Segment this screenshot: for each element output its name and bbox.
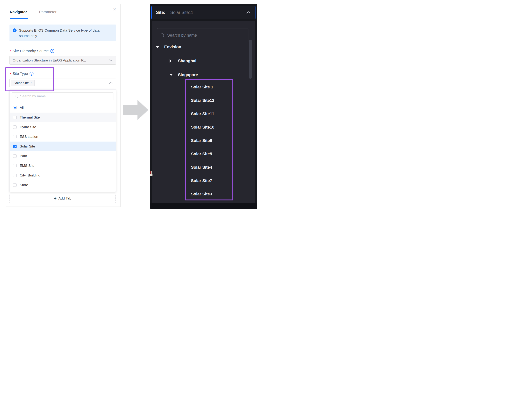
site-search-input[interactable]	[167, 33, 245, 38]
site-item[interactable]: Solar Site6	[186, 134, 232, 147]
help-icon[interactable]	[50, 49, 54, 53]
checkbox-icon[interactable]	[13, 154, 16, 158]
selected-type-tag[interactable]: Solar Site	[12, 80, 35, 86]
type-option[interactable]: Store	[10, 180, 116, 190]
site-header-label: Site:	[156, 10, 165, 15]
info-text: Supports EnOS Common Data Service type o…	[19, 28, 102, 38]
field-label-text: Site Type	[12, 72, 28, 76]
type-option[interactable]: Thermal Site	[10, 112, 116, 122]
checkbox-icon[interactable]	[13, 174, 16, 177]
site-item[interactable]: Solar Site7	[186, 174, 232, 188]
chevron-down-icon	[109, 59, 113, 61]
checkbox-icon[interactable]	[13, 125, 16, 129]
site-list: Solar Site 1 Solar Site12 Solar Site11 S…	[186, 80, 232, 201]
caret-icon[interactable]	[156, 46, 159, 48]
caret-icon[interactable]	[169, 59, 173, 63]
navigator-dialog: Navigator Parameter Supports EnOS Common…	[6, 4, 121, 207]
site-type-label: Site Type	[10, 71, 33, 76]
select-value: Organization Structure in EnOS Applicati…	[13, 58, 109, 62]
option-label: All	[20, 106, 24, 110]
tab[interactable]: Parameter	[39, 10, 56, 14]
option-label: Solar Site	[20, 144, 35, 148]
site-dropdown-panel: Envision Shanghai Singapore	[152, 21, 255, 203]
tabbar-divider	[6, 19, 120, 19]
scrollbar-thumb[interactable]	[249, 40, 252, 79]
remove-tag-icon[interactable]	[31, 82, 32, 84]
close-icon[interactable]	[112, 7, 117, 12]
site-selector-widget: Site: Solar Site11 Envision Shangha	[150, 4, 257, 209]
site-item[interactable]: Solar Site 1	[186, 80, 232, 94]
site-item[interactable]: Solar Site11	[186, 107, 232, 120]
screenshot-root: Navigator Parameter Supports EnOS Common…	[0, 0, 260, 210]
tree-node-label: Envision	[164, 45, 181, 49]
search-icon	[160, 33, 165, 38]
type-search[interactable]	[12, 92, 113, 100]
caret-icon[interactable]	[169, 74, 173, 76]
tag-label: Solar Site	[14, 81, 29, 85]
plus-icon	[54, 196, 56, 201]
panel-footer-strip	[150, 203, 257, 209]
right-arrow-icon	[123, 100, 148, 120]
type-option[interactable]: ESS station	[10, 132, 116, 142]
site-tree: Envision Shanghai Singapore	[152, 40, 255, 82]
help-icon[interactable]	[30, 72, 33, 75]
chevron-up-icon	[109, 82, 113, 84]
add-tab-button[interactable]: Add Tab	[9, 194, 116, 203]
site-item[interactable]: Solar Site5	[186, 147, 232, 161]
checkbox-icon[interactable]	[13, 145, 16, 148]
type-option-list: All Thermal Site Hydro Site ESS	[10, 103, 116, 190]
type-search-input[interactable]	[20, 94, 111, 98]
clipped-red-marker	[150, 171, 153, 176]
type-option[interactable]: City_Building	[10, 171, 116, 180]
tree-node[interactable]: Envision	[152, 40, 255, 54]
sites-highlight-box: Solar Site 1 Solar Site12 Solar Site11 S…	[185, 79, 233, 200]
site-hierarchy-source-label: Site Hierarchy Source	[10, 48, 54, 54]
add-tab-label: Add Tab	[58, 196, 71, 200]
checkbox-icon[interactable]	[13, 135, 16, 138]
chevron-up-icon	[246, 11, 251, 14]
option-label: Park	[20, 154, 27, 158]
option-label: Store	[20, 183, 28, 187]
type-option[interactable]: Park	[10, 151, 116, 161]
info-circle-icon	[13, 28, 16, 32]
checkbox-icon[interactable]	[13, 164, 16, 167]
field-label-text: Site Hierarchy Source	[12, 49, 49, 53]
type-option[interactable]: Hydro Site	[10, 122, 116, 132]
type-option[interactable]: EMS Site	[10, 161, 116, 171]
tree-node-label: Shanghai	[178, 59, 196, 63]
tab-bar: Navigator Parameter	[10, 10, 56, 14]
site-item[interactable]: Solar Site3	[186, 188, 232, 201]
type-option[interactable]: All	[10, 103, 116, 112]
required-asterisk	[10, 49, 11, 53]
tree-node-label: Singapore	[178, 72, 198, 77]
site-type-dropdown: All Thermal Site Hydro Site ESS	[9, 89, 116, 192]
option-label: Hydro Site	[20, 125, 36, 129]
option-label: City_Building	[20, 173, 40, 177]
checkbox-icon[interactable]	[13, 183, 16, 187]
checkbox-icon[interactable]	[13, 106, 16, 109]
tree-node[interactable]: Shanghai	[152, 54, 255, 68]
site-item[interactable]: Solar Site10	[186, 120, 232, 134]
info-banner: Supports EnOS Common Data Service type o…	[9, 24, 116, 41]
site-select-header[interactable]: Site: Solar Site11	[151, 6, 255, 19]
site-hierarchy-source-select[interactable]: Organization Structure in EnOS Applicati…	[9, 56, 116, 65]
search-icon	[15, 94, 18, 98]
site-header-value: Solar Site11	[170, 10, 193, 15]
option-label: Thermal Site	[20, 115, 40, 120]
site-type-select[interactable]: Solar Site	[9, 79, 116, 87]
tab[interactable]: Navigator	[10, 10, 27, 14]
site-item[interactable]: Solar Site12	[186, 94, 232, 107]
option-label: EMS Site	[20, 164, 34, 168]
option-label: ESS station	[20, 135, 38, 139]
site-item[interactable]: Solar Site4	[186, 161, 232, 174]
checkbox-icon[interactable]	[13, 116, 16, 119]
type-option[interactable]: Solar Site	[10, 142, 116, 151]
required-asterisk	[10, 71, 11, 76]
